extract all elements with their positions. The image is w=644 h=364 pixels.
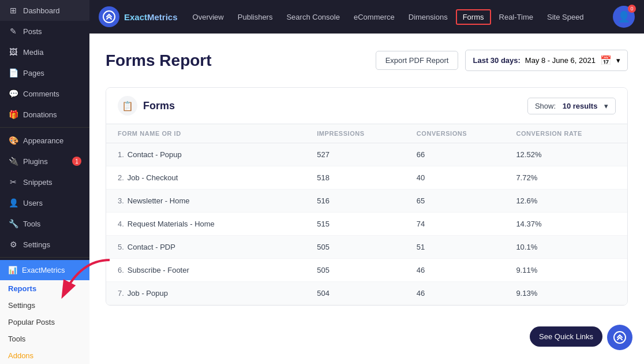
sidebar-item-plugins[interactable]: 🔌 Plugins 1 [0,151,89,172]
date-range-picker[interactable]: Last 30 days: May 8 - June 6, 2021 📅 ▾ [465,50,628,71]
content-area: Forms Report Export PDF Report Last 30 d… [89,34,644,364]
forms-label: Forms [143,100,175,112]
row-name: Contact - PDP [128,243,175,251]
sidebar: ⊞ Dashboard ✎ Posts 🖼 Media 📄 Pages 💬 Co… [0,0,89,364]
forms-table-body: 1. Contact - Popup 527 66 12.52% 2. Job … [106,143,627,305]
show-results-dropdown[interactable]: Show: 10 results ▾ [527,98,616,114]
nav-item-overview[interactable]: Overview [187,9,230,25]
date-label: Last 30 days: [473,56,520,65]
quick-links-circle[interactable] [607,325,632,350]
row-impressions: 504 [317,289,417,298]
chevron-down-icon: ▾ [616,56,620,65]
col-header-conversions: CONVERSIONS [417,130,516,137]
row-name: Newsletter - Home [128,196,190,205]
sidebar-item-label: Dashboard [23,6,60,15]
row-name: Job - Popup [128,289,168,298]
exactmetrics-submenu: Reports Settings Popular Posts Tools Add… [0,280,89,364]
sidebar-item-donations[interactable]: 🎁 Donations [0,104,89,125]
col-header-rate: CONVERSION RATE [516,130,616,137]
sidebar-divider-2 [0,257,89,258]
submenu-item-reports[interactable]: Reports [0,280,89,297]
row-conversions: 65 [417,196,516,205]
settings-icon: ⚙ [8,240,18,249]
users-icon: 👤 [8,198,18,207]
sidebar-item-comments[interactable]: 💬 Comments [0,83,89,104]
quick-links-button[interactable]: See Quick Links [530,326,602,347]
row-rate: 7.72% [516,173,616,182]
sidebar-item-label: Posts [23,27,42,36]
sidebar-item-tools[interactable]: 🔧 Tools [0,213,89,234]
sidebar-item-settings[interactable]: ⚙ Settings [0,234,89,255]
page-header: Forms Report Export PDF Report Last 30 d… [106,50,628,71]
forms-section-header: 📋 Forms Show: 10 results ▾ [106,88,627,124]
sidebar-item-dashboard[interactable]: ⊞ Dashboard [0,0,89,21]
nav-item-real-time[interactable]: Real-Time [493,9,539,25]
exactmetrics-label: ExactMetrics [22,266,65,274]
row-num: 3. [118,196,124,205]
tools-icon: 🔧 [8,219,18,228]
row-rate: 12.6% [516,196,616,205]
table-row: 7. Job - Popup 504 46 9.13% [106,282,627,305]
row-rate: 10.1% [516,243,616,251]
row-rate: 14.37% [516,220,616,228]
appearance-icon: 🎨 [8,136,18,145]
logo-icon [99,6,119,27]
row-rate: 12.52% [516,150,616,159]
snippets-icon: ✂ [8,177,18,187]
sidebar-item-snippets[interactable]: ✂ Snippets [0,172,89,192]
media-icon: 🖼 [8,47,18,57]
show-label: Show: [535,102,556,110]
row-conversions: 51 [417,243,516,251]
sidebar-item-label: Comments [23,90,59,98]
posts-icon: ✎ [8,27,18,36]
calendar-icon: 📅 [600,55,612,66]
sidebar-item-exactmetrics[interactable]: 📊 ExactMetrics [0,260,89,280]
submenu-item-addons[interactable]: Addons [0,347,89,364]
row-conversions: 66 [417,150,516,159]
row-num: 2. [118,173,124,182]
topnav-right: 👤 0 [613,6,635,28]
donations-icon: 🎁 [8,110,18,119]
sidebar-item-label: Snippets [23,178,53,187]
nav-item-site-speed[interactable]: Site Speed [541,9,590,25]
table-header: FORM NAME OR ID IMPRESSIONS CONVERSIONS … [106,124,627,143]
row-rate: 9.13% [516,289,616,298]
submenu-item-tools[interactable]: Tools [0,330,89,347]
sidebar-item-pages[interactable]: 📄 Pages [0,62,89,83]
row-conversions: 46 [417,266,516,274]
row-impressions: 516 [317,196,417,205]
sidebar-item-posts[interactable]: ✎ Posts [0,21,89,42]
sidebar-item-label: Pages [23,69,44,77]
row-name: Contact - Popup [128,150,182,159]
sidebar-item-media[interactable]: 🖼 Media [0,42,89,62]
date-range-value: May 8 - June 6, 2021 [525,56,596,65]
show-value: 10 results [563,102,598,110]
row-rate: 9.11% [516,266,616,274]
pages-icon: 📄 [8,68,18,77]
logo-text: ExactMetrics [124,12,178,22]
nav-item-search-console[interactable]: Search Console [280,9,346,25]
sidebar-item-appearance[interactable]: 🎨 Appearance [0,130,89,151]
row-conversions: 46 [417,289,516,298]
sidebar-item-label: Appearance [23,136,63,145]
submenu-item-popular-posts[interactable]: Popular Posts [0,314,89,330]
header-actions: Export PDF Report Last 30 days: May 8 - … [376,50,628,71]
submenu-item-settings[interactable]: Settings [0,297,89,314]
nav-item-forms[interactable]: Forms [456,9,491,25]
row-name: Subscribe - Footer [128,266,189,274]
logo[interactable]: ExactMetrics [99,6,178,27]
sidebar-item-users[interactable]: 👤 Users [0,192,89,213]
nav-item-publishers[interactable]: Publishers [232,9,279,25]
avatar-button[interactable]: 👤 0 [613,6,635,28]
forms-title-row: 📋 Forms [118,96,175,116]
comments-icon: 💬 [8,89,18,98]
nav-item-dimensions[interactable]: Dimensions [403,9,454,25]
forms-section: 📋 Forms Show: 10 results ▾ FORM NAME OR … [106,87,628,306]
dashboard-icon: ⊞ [8,6,18,15]
row-num: 7. [118,289,124,298]
row-name: Request Materials - Home [128,220,215,228]
row-impressions: 505 [317,243,417,251]
export-pdf-button[interactable]: Export PDF Report [376,51,459,70]
sidebar-item-label: Plugins [23,157,48,166]
nav-item-ecommerce[interactable]: eCommerce [348,9,400,25]
